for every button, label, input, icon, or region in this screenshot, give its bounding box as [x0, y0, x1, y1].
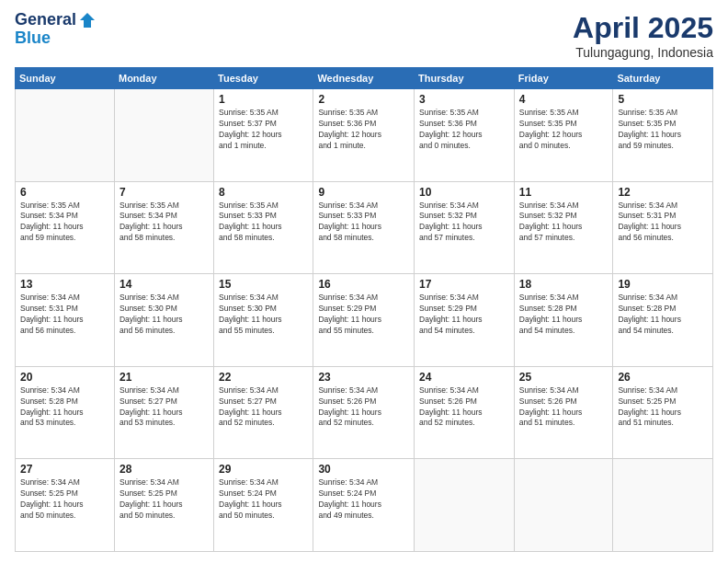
day-cell: 23Sunrise: 5:34 AMSunset: 5:26 PMDayligh…	[313, 366, 415, 459]
svg-marker-0	[80, 13, 95, 28]
day-number: 26	[618, 371, 708, 384]
day-number: 27	[20, 463, 109, 476]
day-info: Sunrise: 5:34 AMSunset: 5:33 PMDaylight:…	[318, 201, 409, 245]
day-info: Sunrise: 5:34 AMSunset: 5:27 PMDaylight:…	[119, 385, 209, 430]
day-number: 2	[318, 93, 409, 106]
title-block: April 2025 Tulungagung, Indonesia	[573, 11, 713, 60]
day-info: Sunrise: 5:34 AMSunset: 5:29 PMDaylight:…	[419, 293, 509, 337]
day-number: 20	[20, 371, 109, 384]
day-number: 22	[219, 371, 308, 384]
day-cell: 18Sunrise: 5:34 AMSunset: 5:28 PMDayligh…	[514, 274, 613, 367]
week-row-1: 1Sunrise: 5:35 AMSunset: 5:37 PMDaylight…	[16, 89, 713, 182]
day-number: 1	[219, 93, 308, 106]
day-number: 19	[618, 278, 708, 291]
header: General Blue April 2025 Tulungagung, Ind…	[15, 11, 713, 60]
day-cell	[514, 459, 613, 552]
day-info: Sunrise: 5:34 AMSunset: 5:28 PMDaylight:…	[20, 385, 109, 430]
day-number: 21	[119, 371, 209, 384]
day-cell: 19Sunrise: 5:34 AMSunset: 5:28 PMDayligh…	[613, 274, 713, 367]
day-cell: 29Sunrise: 5:34 AMSunset: 5:24 PMDayligh…	[214, 459, 313, 552]
day-number: 25	[519, 371, 609, 384]
day-info: Sunrise: 5:35 AMSunset: 5:34 PMDaylight:…	[20, 201, 109, 245]
day-info: Sunrise: 5:34 AMSunset: 5:26 PMDaylight:…	[519, 385, 609, 430]
day-number: 9	[318, 186, 409, 199]
day-info: Sunrise: 5:34 AMSunset: 5:30 PMDaylight:…	[119, 293, 209, 337]
day-cell: 6Sunrise: 5:35 AMSunset: 5:34 PMDaylight…	[16, 181, 115, 274]
day-number: 10	[419, 186, 509, 199]
day-number: 17	[419, 278, 509, 291]
page: General Blue April 2025 Tulungagung, Ind…	[0, 0, 728, 563]
day-info: Sunrise: 5:35 AMSunset: 5:35 PMDaylight:…	[519, 108, 609, 152]
day-info: Sunrise: 5:34 AMSunset: 5:31 PMDaylight:…	[20, 293, 109, 337]
day-cell: 17Sunrise: 5:34 AMSunset: 5:29 PMDayligh…	[415, 274, 515, 367]
location: Tulungagung, Indonesia	[573, 45, 713, 60]
weekday-thursday: Thursday	[415, 68, 515, 89]
day-info: Sunrise: 5:35 AMSunset: 5:34 PMDaylight:…	[119, 201, 209, 245]
day-number: 24	[419, 371, 509, 384]
day-info: Sunrise: 5:35 AMSunset: 5:33 PMDaylight:…	[219, 201, 308, 245]
day-cell: 13Sunrise: 5:34 AMSunset: 5:31 PMDayligh…	[16, 274, 115, 367]
day-info: Sunrise: 5:35 AMSunset: 5:37 PMDaylight:…	[219, 108, 308, 152]
month-title: April 2025	[573, 11, 713, 45]
day-cell	[114, 89, 213, 182]
day-cell: 2Sunrise: 5:35 AMSunset: 5:36 PMDaylight…	[313, 89, 415, 182]
day-cell: 20Sunrise: 5:34 AMSunset: 5:28 PMDayligh…	[16, 366, 115, 459]
day-number: 12	[618, 186, 708, 199]
day-number: 16	[318, 278, 409, 291]
logo-icon	[78, 11, 97, 29]
day-number: 29	[219, 463, 308, 476]
logo-blue: Blue	[15, 29, 97, 48]
day-cell: 5Sunrise: 5:35 AMSunset: 5:35 PMDaylight…	[613, 89, 713, 182]
week-row-3: 13Sunrise: 5:34 AMSunset: 5:31 PMDayligh…	[16, 274, 713, 367]
day-info: Sunrise: 5:35 AMSunset: 5:35 PMDaylight:…	[618, 108, 708, 152]
day-number: 28	[119, 463, 209, 476]
day-cell: 26Sunrise: 5:34 AMSunset: 5:25 PMDayligh…	[613, 366, 713, 459]
day-info: Sunrise: 5:34 AMSunset: 5:31 PMDaylight:…	[618, 201, 708, 245]
day-number: 8	[219, 186, 308, 199]
day-number: 15	[219, 278, 308, 291]
day-number: 11	[519, 186, 609, 199]
day-cell: 4Sunrise: 5:35 AMSunset: 5:35 PMDaylight…	[514, 89, 613, 182]
day-info: Sunrise: 5:34 AMSunset: 5:28 PMDaylight:…	[519, 293, 609, 337]
day-cell: 3Sunrise: 5:35 AMSunset: 5:36 PMDaylight…	[415, 89, 515, 182]
day-number: 5	[618, 93, 708, 106]
day-cell: 25Sunrise: 5:34 AMSunset: 5:26 PMDayligh…	[514, 366, 613, 459]
day-info: Sunrise: 5:34 AMSunset: 5:26 PMDaylight:…	[318, 385, 409, 430]
day-cell: 27Sunrise: 5:34 AMSunset: 5:25 PMDayligh…	[16, 459, 115, 552]
weekday-saturday: Saturday	[613, 68, 713, 89]
day-number: 30	[318, 463, 409, 476]
day-info: Sunrise: 5:34 AMSunset: 5:27 PMDaylight:…	[219, 385, 308, 430]
day-info: Sunrise: 5:34 AMSunset: 5:32 PMDaylight:…	[519, 201, 609, 245]
day-number: 23	[318, 371, 409, 384]
week-row-5: 27Sunrise: 5:34 AMSunset: 5:25 PMDayligh…	[16, 459, 713, 552]
day-number: 3	[419, 93, 509, 106]
day-info: Sunrise: 5:34 AMSunset: 5:24 PMDaylight:…	[219, 477, 308, 522]
week-row-2: 6Sunrise: 5:35 AMSunset: 5:34 PMDaylight…	[16, 181, 713, 274]
day-info: Sunrise: 5:34 AMSunset: 5:24 PMDaylight:…	[318, 477, 409, 522]
day-cell: 7Sunrise: 5:35 AMSunset: 5:34 PMDaylight…	[114, 181, 213, 274]
calendar: SundayMondayTuesdayWednesdayThursdayFrid…	[15, 67, 713, 552]
day-number: 14	[119, 278, 209, 291]
day-cell: 22Sunrise: 5:34 AMSunset: 5:27 PMDayligh…	[214, 366, 313, 459]
day-info: Sunrise: 5:34 AMSunset: 5:30 PMDaylight:…	[219, 293, 308, 337]
weekday-sunday: Sunday	[16, 68, 115, 89]
day-cell	[16, 89, 115, 182]
day-info: Sunrise: 5:35 AMSunset: 5:36 PMDaylight:…	[419, 108, 509, 152]
weekday-tuesday: Tuesday	[214, 68, 313, 89]
day-number: 13	[20, 278, 109, 291]
day-cell: 24Sunrise: 5:34 AMSunset: 5:26 PMDayligh…	[415, 366, 515, 459]
day-cell: 21Sunrise: 5:34 AMSunset: 5:27 PMDayligh…	[114, 366, 213, 459]
day-number: 6	[20, 186, 109, 199]
day-info: Sunrise: 5:34 AMSunset: 5:25 PMDaylight:…	[20, 477, 109, 522]
day-cell: 9Sunrise: 5:34 AMSunset: 5:33 PMDaylight…	[313, 181, 415, 274]
day-info: Sunrise: 5:34 AMSunset: 5:26 PMDaylight:…	[419, 385, 509, 430]
day-cell: 16Sunrise: 5:34 AMSunset: 5:29 PMDayligh…	[313, 274, 415, 367]
day-info: Sunrise: 5:34 AMSunset: 5:29 PMDaylight:…	[318, 293, 409, 337]
logo: General Blue	[15, 11, 97, 48]
day-info: Sunrise: 5:34 AMSunset: 5:32 PMDaylight:…	[419, 201, 509, 245]
day-number: 4	[519, 93, 609, 106]
day-cell	[613, 459, 713, 552]
day-cell: 10Sunrise: 5:34 AMSunset: 5:32 PMDayligh…	[415, 181, 515, 274]
weekday-wednesday: Wednesday	[313, 68, 415, 89]
day-cell: 28Sunrise: 5:34 AMSunset: 5:25 PMDayligh…	[114, 459, 213, 552]
